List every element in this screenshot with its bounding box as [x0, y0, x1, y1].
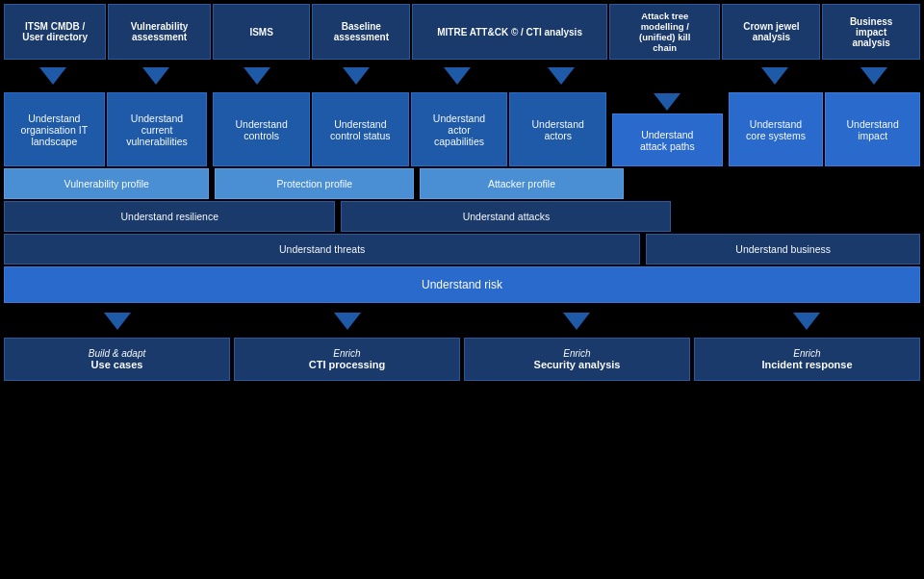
action-label-2-italic: Enrich	[563, 348, 590, 359]
box-org-it: Understand organisation IT landscape	[4, 92, 105, 166]
box-controls: Understand controls	[213, 92, 310, 166]
arrow-itsm	[4, 62, 102, 90]
header-baseline: Baseline assessment	[312, 4, 410, 60]
arrow-row-1	[4, 62, 920, 90]
arrow-bottom-1	[4, 307, 232, 336]
action-row: Build & adapt Use cases Enrich CTI proce…	[4, 338, 920, 381]
bottom-arrow-row	[4, 307, 920, 336]
header-itsm: ITSM CMDB / User directory	[4, 4, 106, 60]
header-row: ITSM CMDB / User directory Vulnerability…	[4, 4, 920, 60]
action-label-1-italic: Enrich	[333, 348, 360, 359]
box-actor-cap: Understand actor capabilities	[411, 92, 508, 166]
main-container: ITSM CMDB / User directory Vulnerability…	[0, 0, 924, 385]
action-enrich-security: Enrich Security analysis	[464, 338, 690, 381]
arrow-mitre1	[408, 62, 506, 90]
box-business: Understand business	[646, 234, 920, 264]
box-current-vulns: Understand current vulnerabilities	[107, 92, 208, 166]
arrow-attack-tree	[612, 92, 723, 112]
arrow-bottom-4	[693, 307, 921, 336]
header-attack-tree: Attack tree modelling / (unified) kill c…	[609, 4, 721, 60]
action-build-adapt: Build & adapt Use cases	[4, 338, 230, 381]
box-risk: Understand risk	[4, 266, 920, 303]
box-resilience: Understand resilience	[4, 201, 335, 232]
header-mitre: MITRE ATT&CK © / CTI analysis	[412, 4, 607, 60]
box-control-status: Understand control status	[312, 92, 409, 166]
box-protection-profile: Protection profile	[215, 168, 414, 199]
resilience-attacks-row: Understand resilience Understand attacks	[4, 201, 920, 232]
action-label-0-bold: Use cases	[91, 359, 143, 370]
threats-row: Understand threats Understand business	[4, 234, 920, 264]
header-crown: Crown jewel analysis	[722, 4, 820, 60]
action-enrich-incident: Enrich Incident response	[694, 338, 920, 381]
box-core-systems: Understand core systems	[729, 92, 824, 166]
profile-row: Vulnerability profile Protection profile…	[4, 168, 920, 199]
header-vuln: Vulnerability assessment	[108, 4, 210, 60]
action-label-2-bold: Security analysis	[534, 359, 621, 370]
box-threats: Understand threats	[4, 234, 640, 264]
arrow-bottom-2	[234, 307, 462, 336]
risk-row: Understand risk	[4, 266, 920, 303]
header-isms: ISMS	[213, 4, 311, 60]
arrow-vuln	[108, 62, 206, 90]
arrow-baseline	[310, 62, 403, 90]
box-attack-paths: Understand attack paths	[612, 113, 723, 166]
arrow-isms	[211, 62, 304, 90]
box-attacker-profile: Attacker profile	[420, 168, 624, 199]
action-label-3-bold: Incident response	[761, 359, 852, 370]
action-label-0-italic: Build & adapt	[89, 348, 146, 359]
action-enrich-cti: Enrich CTI processing	[234, 338, 460, 381]
arrow-bottom-3	[463, 307, 691, 336]
box-actors: Understand actors	[509, 92, 606, 166]
action-label-3-italic: Enrich	[793, 348, 820, 359]
box-impact: Understand impact	[825, 92, 920, 166]
action-label-1-bold: CTI processing	[309, 359, 385, 370]
arrow-business	[827, 62, 920, 90]
box-attacks: Understand attacks	[341, 201, 671, 232]
arrow-attack	[615, 62, 722, 90]
understand-row-1: Understand organisation IT landscape Und…	[4, 92, 920, 166]
box-vuln-profile: Vulnerability profile	[4, 168, 209, 199]
arrow-mitre2	[512, 62, 610, 90]
header-business-impact: Business impact analysis	[822, 4, 920, 60]
arrow-crown	[729, 62, 822, 90]
